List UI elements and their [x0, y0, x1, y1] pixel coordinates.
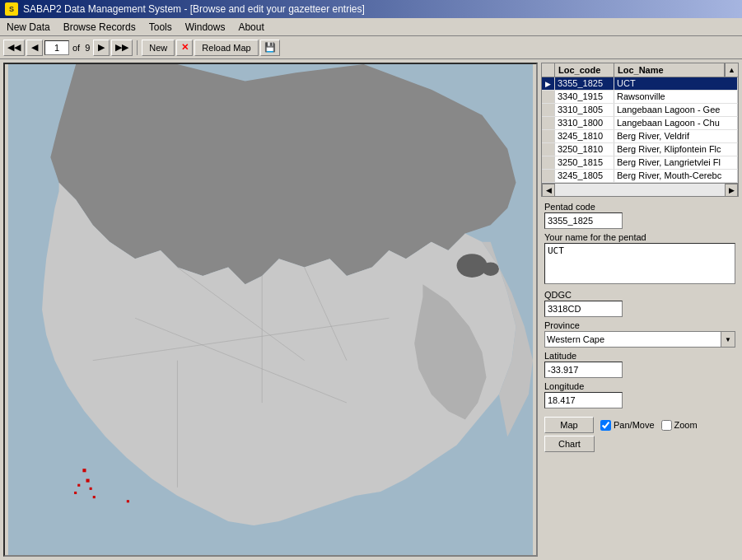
- page-number-input[interactable]: [44, 40, 69, 55]
- scroll-left-btn[interactable]: ◀: [542, 184, 555, 197]
- row-indicator: ▶: [542, 77, 555, 90]
- svg-rect-11: [77, 484, 80, 487]
- svg-rect-10: [86, 479, 89, 483]
- latitude-field-group: Latitude: [544, 351, 735, 378]
- province-label: Province: [544, 320, 735, 330]
- svg-rect-15: [127, 500, 129, 502]
- grid-header-arrow: [542, 63, 555, 77]
- cell-loc-name: UCT: [614, 77, 738, 90]
- table-row[interactable]: 3310_1800Langebaan Lagoon - Chu: [542, 117, 738, 130]
- cell-loc-name: Berg River, Mouth-Cerebc: [614, 170, 738, 182]
- cell-loc-name: Rawsonville: [614, 91, 738, 103]
- province-field-group: Province Western CapeEastern CapeNorther…: [544, 320, 735, 348]
- table-row[interactable]: 3245_1805Berg River, Mouth-Cerebc: [542, 170, 738, 183]
- main-content: Loc_code Loc_Name ▲ ▶3355_1825UCT3340_19…: [0, 59, 742, 560]
- page-of-label: of: [71, 43, 82, 53]
- cell-loc-code: 3245_1805: [555, 170, 614, 182]
- map-svg: [5, 64, 536, 555]
- toolbar: ◀◀ ◀ of 9 ▶ ▶▶ New ✕ Reload Map 💾: [0, 36, 742, 59]
- row-indicator: [542, 156, 555, 169]
- longitude-input[interactable]: [544, 392, 623, 408]
- menu-bar: New Data Browse Records Tools Windows Ab…: [0, 18, 742, 36]
- cell-loc-code: 3250_1815: [555, 156, 614, 169]
- map-button[interactable]: Map: [544, 417, 594, 433]
- nav-last-button[interactable]: ▶▶: [111, 40, 133, 56]
- row-indicator: [542, 130, 555, 142]
- pan-move-checkbox[interactable]: [600, 420, 611, 431]
- cell-loc-code: 3310_1800: [555, 117, 614, 129]
- cell-loc-name: Langebaan Lagoon - Gee: [614, 104, 738, 116]
- grid-col-header-name: Loc_Name: [614, 63, 725, 77]
- svg-point-7: [457, 254, 488, 278]
- bottom-buttons: Map Pan/Move Zoom Chart: [541, 413, 739, 455]
- menu-windows[interactable]: Windows: [179, 20, 232, 35]
- table-row[interactable]: 3250_1815Berg River, Langrietvlei Fl: [542, 156, 738, 170]
- name-label: Your name for the pentad: [544, 232, 735, 242]
- pan-move-label: Pan/Move: [614, 420, 655, 430]
- zoom-checkbox-label[interactable]: Zoom: [661, 420, 698, 431]
- province-select[interactable]: Western CapeEastern CapeNorthern CapeGau…: [544, 331, 735, 348]
- grid-col-header-code: Loc_code: [555, 63, 614, 77]
- title-bar: S SABAP2 Data Management System - [Brows…: [0, 0, 742, 18]
- chart-btn-row: Chart: [544, 436, 735, 452]
- table-row[interactable]: 3245_1810Berg River, Veldrif: [542, 130, 738, 143]
- data-grid[interactable]: Loc_code Loc_Name ▲ ▶3355_1825UCT3340_19…: [541, 63, 739, 197]
- row-indicator: [542, 143, 555, 156]
- qdgc-input[interactable]: [544, 301, 623, 317]
- grid-header: Loc_code Loc_Name ▲: [542, 63, 738, 77]
- nav-prev-button[interactable]: ◀: [26, 40, 43, 56]
- qdgc-field-group: QDGC: [544, 290, 735, 317]
- menu-tools[interactable]: Tools: [142, 20, 179, 35]
- map-btn-row: Map Pan/Move Zoom: [544, 417, 735, 433]
- cell-loc-code: 3250_1810: [555, 143, 614, 156]
- svg-point-8: [482, 262, 499, 275]
- scroll-right-btn[interactable]: ▶: [725, 184, 738, 197]
- delete-record-button[interactable]: ✕: [176, 40, 193, 56]
- nav-first-button[interactable]: ◀◀: [3, 40, 25, 56]
- zoom-checkbox[interactable]: [661, 420, 672, 431]
- pentad-code-input[interactable]: [544, 212, 623, 229]
- longitude-field-group: Longitude: [544, 381, 735, 408]
- pan-move-checkbox-label[interactable]: Pan/Move: [600, 420, 655, 431]
- row-indicator: [542, 91, 555, 103]
- svg-rect-12: [90, 488, 92, 490]
- row-indicator: [542, 104, 555, 116]
- cell-loc-name: Langebaan Lagoon - Chu: [614, 117, 738, 129]
- menu-about[interactable]: About: [231, 20, 270, 35]
- pentad-code-field-group: Pentad code: [544, 202, 735, 229]
- reload-map-button[interactable]: Reload Map: [194, 40, 258, 56]
- cell-loc-name: Berg River, Veldrif: [614, 130, 738, 142]
- map-container[interactable]: [3, 63, 538, 557]
- longitude-label: Longitude: [544, 381, 735, 391]
- name-textarea[interactable]: UCT: [544, 243, 735, 284]
- grid-scrollbar-h[interactable]: ◀ ▶: [542, 183, 738, 196]
- table-row[interactable]: 3250_1810Berg River, Klipfontein Flc: [542, 143, 738, 156]
- menu-new-data[interactable]: New Data: [0, 20, 57, 35]
- grid-rows: ▶3355_1825UCT3340_1915Rawsonville3310_18…: [542, 77, 738, 183]
- cell-loc-name: Berg River, Langrietvlei Fl: [614, 156, 738, 169]
- table-row[interactable]: 3340_1915Rawsonville: [542, 91, 738, 104]
- chart-button[interactable]: Chart: [544, 436, 595, 452]
- row-indicator: [542, 117, 555, 129]
- grid-scroll-up-btn[interactable]: ▲: [725, 63, 738, 77]
- table-row[interactable]: 3310_1805Langebaan Lagoon - Gee: [542, 104, 738, 117]
- svg-rect-14: [93, 496, 96, 498]
- latitude-input[interactable]: [544, 362, 623, 378]
- nav-next-button[interactable]: ▶: [93, 40, 110, 56]
- page-total-label: 9: [83, 43, 91, 53]
- toolbar-separator-1: [137, 40, 138, 55]
- latitude-label: Latitude: [544, 351, 735, 361]
- cell-loc-code: 3355_1825: [555, 77, 614, 90]
- svg-rect-13: [74, 492, 77, 494]
- menu-browse-records[interactable]: Browse Records: [57, 20, 142, 35]
- row-indicator: [542, 170, 555, 182]
- table-row[interactable]: ▶3355_1825UCT: [542, 77, 738, 91]
- form-area: Pentad code Your name for the pentad UCT…: [541, 197, 739, 413]
- cell-loc-name: Berg River, Klipfontein Flc: [614, 143, 738, 156]
- cell-loc-code: 3245_1810: [555, 130, 614, 142]
- save-button[interactable]: 💾: [260, 40, 280, 56]
- svg-rect-9: [82, 469, 86, 472]
- scroll-track-h[interactable]: [555, 184, 725, 196]
- zoom-label: Zoom: [674, 420, 698, 430]
- new-record-button[interactable]: New: [142, 40, 175, 56]
